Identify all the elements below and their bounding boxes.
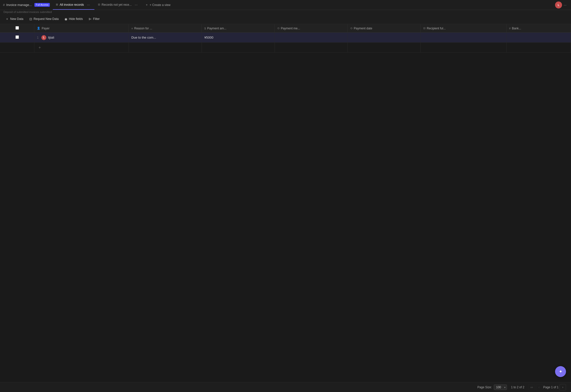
main-content: 👤 Payer ≡ Reason for ... $ Paymen [0,24,571,381]
add-row-recipient-cell [421,43,506,53]
hide-fields-button[interactable]: ◉ Hide fields [62,16,85,22]
amount-col-icon: $ [204,27,206,30]
page-size-label: Page Size: [477,386,492,389]
select-all-checkbox[interactable] [15,26,19,30]
row-num-cell: 1 L lijiali [34,33,129,43]
plus-icon: ＋ [145,3,148,7]
row-number: 1 [37,36,39,39]
method-cell [275,33,348,43]
add-row-amount-cell [202,43,275,53]
filter-icon: ⊫ [89,17,91,21]
full-access-badge: Full Access [34,3,50,7]
add-row[interactable]: + [0,43,571,53]
payer-cell: 1 L lijiali [37,35,126,40]
plus-circle-icon: ＋ [5,17,9,21]
global-more-button[interactable]: ··· [562,2,568,8]
bank-cell [506,33,571,43]
create-view-label: + Create a view [150,3,171,7]
table-row[interactable]: 1 L lijiali Due to the com... ¥5000 [0,33,571,43]
request-new-data-button[interactable]: ⊡ Request New Data [27,16,61,22]
method-col-label: Payment me... [281,27,300,30]
records-info: 1 to 2 of 2 [511,386,524,389]
tab-strip: ⊞ All invoice records ··· ⊟ Records not … [53,0,553,10]
first-page-button[interactable]: ⏮ [528,384,535,391]
table-container[interactable]: 👤 Payer ≡ Reason for ... $ Paymen [0,24,571,381]
th-recipient[interactable]: ⊟ Recipient ful... [421,24,506,33]
data-table: 👤 Payer ≡ Reason for ... $ Paymen [0,24,571,53]
new-data-label: New Data [10,17,23,21]
next-page-button[interactable]: › [560,384,566,391]
payer-name: lijiali [48,36,54,39]
reason-col-icon: ≡ [131,27,133,30]
new-data-button[interactable]: ＋ New Data [3,15,26,22]
row-checkbox[interactable] [15,35,19,39]
bank-col-label: Bank... [512,27,521,30]
th-payer[interactable]: 👤 Payer [34,24,129,33]
bank-col-icon: # [509,27,511,30]
page-size-group: Page Size: 10 25 50 100 250 [477,385,507,390]
reason-cell: Due to the com... [129,33,202,43]
hide-fields-label: Hide fields [69,17,83,21]
user-avatar[interactable]: L [555,1,562,8]
eye-icon: ◉ [65,17,67,21]
window-title-group: # Invoice manage... Full Access [3,3,53,7]
footer: Page Size: 10 25 50 100 250 1 to 2 of 2 … [0,382,571,392]
window-title: Invoice manage... [6,3,32,7]
amount-col-label: Payment am... [207,27,226,30]
tab-all-invoice-records[interactable]: ⊞ All invoice records ··· [53,0,94,10]
add-row-checkbox-cell [0,43,34,53]
row-checkbox-cell[interactable] [0,33,34,43]
toolbar: ＋ New Data ⊡ Request New Data ◉ Hide fie… [0,14,571,24]
table-icon: ⊟ [98,3,100,6]
subtitle-text: Deposit of submitted invoices submitted [3,10,52,13]
request-icon: ⊡ [29,17,32,21]
add-record-button[interactable]: + [37,45,42,50]
th-amount[interactable]: $ Payment am... [202,24,275,33]
hash-icon: # [3,3,5,7]
payer-avatar: L [41,35,46,40]
payer-col-label: Payer [42,27,49,30]
ai-icon: ✦ [559,369,563,374]
th-date[interactable]: ⊙ Payment date [348,24,421,33]
grid-icon: ⊞ [56,3,58,6]
filter-button[interactable]: ⊫ Filter [86,16,102,22]
date-cell [348,33,421,43]
tab-more-icon-2[interactable]: ··· [133,2,139,8]
subtitle-bar: Deposit of submitted invoices submitted [0,10,571,14]
reason-col-label: Reason for ... [134,27,152,30]
date-col-label: Payment date [354,27,372,30]
page-size-select-wrapper[interactable]: 10 25 50 100 250 [494,385,507,390]
amount-cell: ¥5000 [202,33,275,43]
tab-more-icon[interactable]: ··· [85,2,91,8]
th-reason[interactable]: ≡ Reason for ... [129,24,202,33]
recipient-col-icon: ⊟ [423,27,426,30]
filter-label: Filter [93,17,100,21]
ai-floating-button[interactable]: ✦ [555,366,566,377]
prev-page-button[interactable]: ‹ [536,384,542,391]
th-checkbox[interactable] [0,24,34,33]
recipient-cell [421,33,506,43]
add-row-bank-cell [506,43,571,53]
th-method[interactable]: ⊙ Payment me... [275,24,348,33]
page-info: Page 1 of 1 [543,386,559,389]
date-col-icon: ⊙ [350,27,353,30]
add-row-date-cell [348,43,421,53]
tab-label: Records not yet rece... [102,3,132,6]
request-new-data-label: Request New Data [34,17,59,21]
th-bank[interactable]: # Bank... [506,24,571,33]
page-size-select[interactable]: 10 25 50 100 250 [494,385,507,390]
add-row-method-cell [275,43,348,53]
table-header-row: 👤 Payer ≡ Reason for ... $ Paymen [0,24,571,33]
add-row-reason-cell [129,43,202,53]
recipient-col-label: Recipient ful... [427,27,446,30]
method-col-icon: ⊙ [277,27,280,30]
top-bar: # Invoice manage... Full Access ⊞ All in… [0,0,571,10]
tab-label: All invoice records [60,3,84,6]
create-view-button[interactable]: ＋ + Create a view [143,2,173,8]
tab-records-not-received[interactable]: ⊟ Records not yet rece... ··· [95,0,142,10]
add-row-btn-cell[interactable]: + [34,43,129,53]
payer-col-icon: 👤 [37,27,40,30]
pagination-buttons: ⏮ ‹ Page 1 of 1 › [528,384,566,391]
